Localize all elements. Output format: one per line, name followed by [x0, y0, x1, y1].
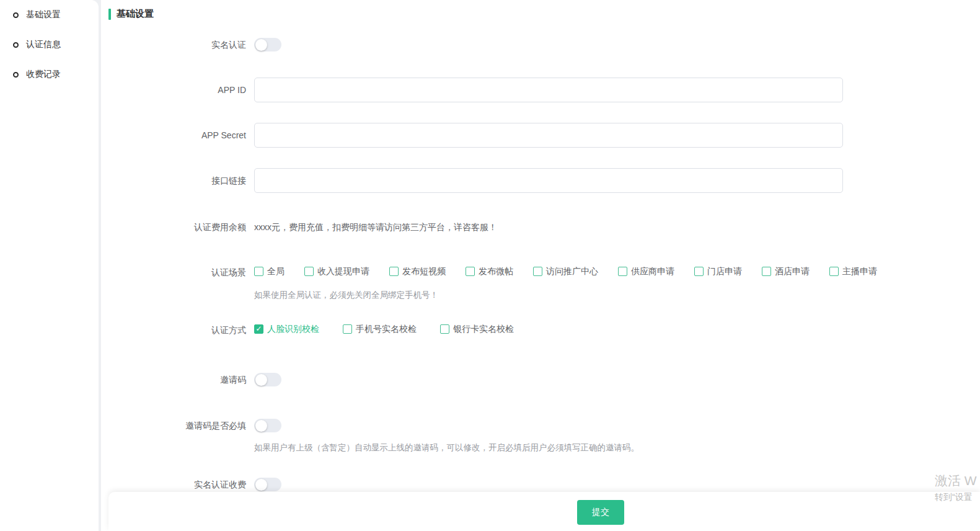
- auth-scene-checkbox[interactable]: 供应商申请: [618, 266, 674, 277]
- real-name-auth-toggle[interactable]: [254, 38, 281, 51]
- sidebar-item[interactable]: 认证信息: [0, 30, 99, 60]
- form-row-invite-code: 邀请码: [101, 373, 980, 386]
- auth-scene-checkbox[interactable]: 发布短视频: [389, 266, 446, 277]
- checkbox-icon: [389, 267, 399, 276]
- sidebar-item-label: 收费记录: [26, 69, 61, 80]
- checkbox-icon: [343, 324, 352, 334]
- checkbox-label: 人脸识别校检: [267, 323, 319, 334]
- sidebar-item-label: 认证信息: [26, 39, 61, 50]
- form-row-real-name-auth: 实名认证: [101, 38, 980, 51]
- sidebar: 基础设置认证信息收费记录: [0, 0, 99, 531]
- checkbox-label: 收入提现申请: [317, 266, 369, 277]
- auth-scene-label: 认证场景: [101, 266, 246, 279]
- form-row-real-name-fee: 实名认证收费: [101, 478, 980, 491]
- checkbox-label: 银行卡实名校检: [453, 323, 514, 334]
- checkbox-icon: [762, 267, 771, 276]
- form-row-app-id: APP ID: [101, 78, 980, 102]
- toggle-knob-icon: [255, 479, 267, 491]
- submit-button[interactable]: 提交: [577, 500, 624, 525]
- auth-scene-hint: 如果使用全局认证，必须先关闭全局绑定手机号！: [254, 290, 980, 300]
- page: 基础设置认证信息收费记录 基础设置 实名认证 APP ID APP Secret: [0, 0, 980, 531]
- checkbox-label: 门店申请: [707, 266, 742, 277]
- title-accent-bar: [108, 9, 111, 20]
- settings-form: 实名认证 APP ID APP Secret 接口链接: [101, 38, 980, 491]
- app-id-input[interactable]: [254, 78, 843, 102]
- sidebar-item-label: 基础设置: [26, 9, 61, 20]
- toggle-knob-icon: [255, 374, 267, 386]
- balance-label: 认证费用余额: [101, 220, 246, 234]
- footer-bar: 提交: [108, 492, 980, 531]
- form-row-invite-code-required: 邀请码是否必填 如果用户有上级（含暂定）自动显示上线的邀请码，可以修改，开启必填…: [101, 419, 980, 453]
- checkbox-label: 主播申请: [842, 266, 877, 277]
- invite-code-toggle[interactable]: [254, 373, 281, 386]
- page-title: 基础设置: [117, 8, 154, 20]
- form-row-api-link: 接口链接: [101, 168, 980, 193]
- auth-method-checkbox[interactable]: 银行卡实名校检: [440, 323, 514, 334]
- main-panel: 基础设置 实名认证 APP ID APP Secret: [101, 0, 980, 531]
- section-header: 基础设置: [101, 0, 980, 20]
- auth-method-checkbox[interactable]: 人脸识别校检: [254, 323, 319, 334]
- checkbox-label: 访问推广中心: [546, 266, 598, 277]
- auth-scene-checkbox[interactable]: 门店申请: [694, 266, 742, 277]
- form-row-auth-method: 认证方式 人脸识别校检手机号实名校检银行卡实名校检: [101, 323, 980, 337]
- checkbox-label: 发布短视频: [402, 266, 446, 277]
- checkbox-checked-icon: [254, 324, 263, 334]
- checkbox-label: 发布微帖: [479, 266, 513, 277]
- checkbox-icon: [254, 267, 263, 276]
- invite-code-required-label: 邀请码是否必填: [101, 419, 246, 432]
- app-secret-label: APP Secret: [101, 123, 246, 148]
- invite-code-label: 邀请码: [101, 373, 246, 386]
- checkbox-icon: [466, 267, 475, 276]
- checkbox-icon: [618, 267, 627, 276]
- checkbox-icon: [533, 267, 542, 276]
- toggle-knob-icon: [255, 420, 267, 432]
- api-link-input[interactable]: [254, 168, 843, 193]
- form-row-app-secret: APP Secret: [101, 123, 980, 148]
- auth-scene-checkbox[interactable]: 收入提现申请: [304, 266, 369, 277]
- checkbox-label: 酒店申请: [775, 266, 810, 277]
- form-row-balance: 认证费用余额 xxxx元，费用充值，扣费明细等请访问第三方平台，详咨客服！: [101, 220, 980, 234]
- sidebar-menu: 基础设置认证信息收费记录: [0, 0, 99, 89]
- auth-scene-options: 全局收入提现申请发布短视频发布微帖访问推广中心供应商申请门店申请酒店申请主播申请: [254, 266, 980, 277]
- auth-scene-checkbox[interactable]: 主播申请: [829, 266, 877, 277]
- real-name-auth-label: 实名认证: [101, 38, 246, 51]
- app-secret-input[interactable]: [254, 123, 843, 148]
- form-row-auth-scene: 认证场景 全局收入提现申请发布短视频发布微帖访问推广中心供应商申请门店申请酒店申…: [101, 266, 980, 300]
- toggle-knob-icon: [255, 39, 267, 51]
- auth-method-label: 认证方式: [101, 323, 246, 337]
- checkbox-icon: [440, 324, 449, 334]
- circle-icon: [13, 12, 19, 18]
- real-name-fee-toggle[interactable]: [254, 478, 281, 491]
- circle-icon: [13, 42, 19, 48]
- auth-method-options: 人脸识别校检手机号实名校检银行卡实名校检: [254, 323, 980, 334]
- sidebar-item[interactable]: 基础设置: [0, 0, 99, 30]
- auth-method-checkbox[interactable]: 手机号实名校检: [343, 323, 417, 334]
- app-id-label: APP ID: [101, 78, 246, 102]
- auth-scene-checkbox[interactable]: 酒店申请: [762, 266, 810, 277]
- sidebar-item[interactable]: 收费记录: [0, 60, 99, 89]
- checkbox-icon: [694, 267, 704, 276]
- checkbox-label: 手机号实名校检: [356, 323, 417, 334]
- invite-code-required-toggle[interactable]: [254, 419, 281, 432]
- real-name-fee-label: 实名认证收费: [101, 478, 246, 491]
- checkbox-icon: [829, 267, 839, 276]
- checkbox-label: 供应商申请: [631, 266, 674, 277]
- circle-icon: [13, 72, 19, 78]
- auth-scene-checkbox[interactable]: 全局: [254, 266, 285, 277]
- auth-scene-checkbox[interactable]: 发布微帖: [466, 266, 513, 277]
- balance-text: xxxx元，费用充值，扣费明细等请访问第三方平台，详咨客服！: [254, 222, 497, 232]
- invite-code-required-hint: 如果用户有上级（含暂定）自动显示上线的邀请码，可以修改，开启必填后用户必须填写正…: [254, 443, 980, 453]
- auth-scene-checkbox[interactable]: 访问推广中心: [533, 266, 598, 277]
- checkbox-label: 全局: [267, 266, 285, 277]
- checkbox-icon: [304, 267, 314, 276]
- api-link-label: 接口链接: [101, 168, 246, 193]
